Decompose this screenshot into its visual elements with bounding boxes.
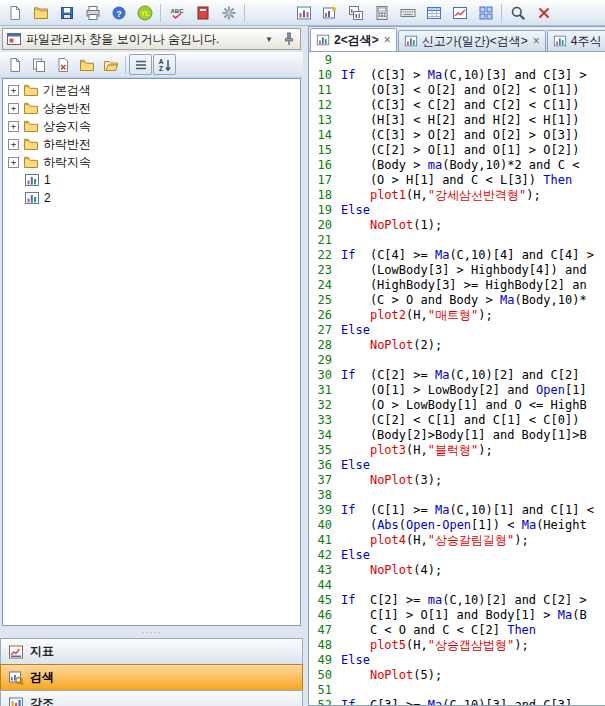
line-number: 18 [309, 188, 341, 203]
code-line: 52If C[3] >= Ma(C,10)[3] and C[3] [309, 698, 605, 705]
close-button[interactable] [531, 2, 556, 24]
tree-expander-icon[interactable]: + [8, 121, 19, 132]
code-line: 22If (C[4] >= Ma(C,10)[4] and C[4] > [309, 248, 605, 263]
tree-item-file-2[interactable]: 2 [3, 189, 300, 207]
line-number: 27 [309, 323, 341, 338]
tree-item-file-1[interactable]: 1 [3, 171, 300, 189]
tree-item-rise-continuation[interactable]: +상승지속 [3, 117, 300, 135]
line-number: 31 [309, 383, 341, 398]
code-editor[interactable]: 910If (C[3] > Ma(C,10)[3] and C[3] >11 (… [309, 52, 605, 705]
file-manager-toolbar: AZ [0, 52, 303, 78]
tree-item-label: 1 [44, 173, 51, 187]
chart-doc-icon [316, 33, 330, 47]
line-number: 46 [309, 608, 341, 623]
doc-new-button[interactable] [3, 54, 26, 75]
grid-view-icon [478, 5, 494, 21]
tree-item-basic-search[interactable]: +기본검색 [3, 81, 300, 99]
code-text: Else [341, 323, 370, 338]
code-line: 29 [309, 353, 605, 368]
tab-new-high-daily[interactable]: 신고가(일간)<검색>× [398, 30, 546, 51]
chart-new-button[interactable] [317, 2, 342, 24]
file-manager-title: 파일관리자 창을 보이거나 숨깁니다. [26, 31, 257, 48]
grid-view-button[interactable] [473, 2, 498, 24]
formula-book-button[interactable] [190, 2, 215, 24]
folder-icon [23, 154, 39, 170]
code-line: 10If (C[3] > Ma(C,10)[3] and C[3] > [309, 68, 605, 83]
table-chart-button[interactable] [447, 2, 472, 24]
code-line: 16 (Body > ma(Body,10)*2 and C < [309, 158, 605, 173]
print-button[interactable] [80, 2, 105, 24]
line-number: 25 [309, 293, 341, 308]
code-line: 40 (Abs(Open-Open[1]) < Ma(Height [309, 518, 605, 533]
search-button[interactable] [505, 2, 530, 24]
toolbar-separator [125, 56, 126, 74]
tab-close-button[interactable]: × [384, 33, 391, 47]
tree-item-fall-reversal[interactable]: +하락반전 [3, 135, 300, 153]
tree-expander-icon[interactable]: + [8, 157, 19, 168]
folder-open-button[interactable] [99, 54, 122, 75]
line-number: 40 [309, 518, 341, 533]
code-line: 35 plot3(H,"블럭형"); [309, 443, 605, 458]
tree-expander-icon[interactable]: + [8, 85, 19, 96]
line-number: 14 [309, 128, 341, 143]
code-text: C[1] > O[1] and Body[1] > Ma(B [341, 608, 587, 623]
code-text: (C[3] < C[2] and C[2] < C[1]) [341, 98, 579, 113]
doc-copy-button[interactable] [27, 54, 50, 75]
tree-item-label: 상승반전 [43, 100, 91, 117]
yl-logo-icon: YL [137, 5, 153, 21]
chart-multi-button[interactable] [343, 2, 368, 24]
panel-pin-button[interactable] [281, 31, 297, 47]
panel-splitter[interactable]: ····· [0, 626, 303, 638]
help-icon: ? [111, 5, 127, 21]
folder-icon [79, 57, 95, 73]
code-line: 44 [309, 578, 605, 593]
code-text: If (C[4] >= Ma(C,10)[4] and C[4] > [341, 248, 594, 263]
category-indicators[interactable]: 지표 [0, 638, 303, 664]
code-text: plot1(H,"강세삼선반격형"); [341, 188, 541, 203]
tree-item-rise-reversal[interactable]: +상승반전 [3, 99, 300, 117]
tab-close-button[interactable]: × [533, 34, 540, 48]
tree-item-fall-continuation[interactable]: +하락지속 [3, 153, 300, 171]
code-line: 13 (H[3] < H[2] and H[2] < H[1]) [309, 113, 605, 128]
tree-expander-icon[interactable]: + [8, 103, 19, 114]
sort-az-button[interactable]: AZ [153, 54, 176, 75]
data-table-button[interactable] [421, 2, 446, 24]
code-line: 30If (C[2] >= Ma(C,10)[2] and C[2] [309, 368, 605, 383]
keyboard-button[interactable] [395, 2, 420, 24]
line-number: 43 [309, 563, 341, 578]
doc-delete-button[interactable] [51, 54, 74, 75]
code-text: NoPlot(1); [341, 218, 442, 233]
open-file-button[interactable] [28, 2, 53, 24]
tab-label: 4주식 [571, 33, 602, 50]
line-number: 33 [309, 413, 341, 428]
editor-tabbar: 2<검색>×신고가(일간)<검색>×4주식 [309, 27, 605, 52]
category-label: 강조 [30, 695, 54, 706]
save-file-button[interactable] [54, 2, 79, 24]
view-toggle-button[interactable] [129, 54, 152, 75]
new-file-button[interactable] [2, 2, 27, 24]
code-text: (C[3] > O[2] and O[2] > O[3]) [341, 128, 579, 143]
folder-button[interactable] [75, 54, 98, 75]
tree-expander-icon[interactable]: + [8, 139, 19, 150]
close-icon [536, 5, 552, 21]
svg-text:?: ? [116, 8, 122, 18]
calculator-button[interactable] [369, 2, 394, 24]
code-text: Else [341, 548, 370, 563]
panel-collapse-button[interactable]: ▼ [261, 31, 277, 47]
category-search[interactable]: 검색 [0, 664, 303, 690]
settings-gear-button[interactable] [216, 2, 241, 24]
tab-2-search[interactable]: 2<검색>× [310, 28, 397, 51]
tab-label: 2<검색> [334, 32, 379, 49]
tab-4-stock[interactable]: 4주식 [547, 30, 605, 51]
code-text: C < O and C < C[2] Then [341, 623, 536, 638]
category-highlight[interactable]: 강조 [0, 690, 303, 706]
code-line: 27Else [309, 323, 605, 338]
help-button[interactable]: ? [106, 2, 131, 24]
file-tree[interactable]: +기본검색+상승반전+상승지속+하락반전+하락지속12 [2, 78, 301, 626]
chart-report-button[interactable] [291, 2, 316, 24]
code-line: 39If (C[1] >= Ma(C,10)[1] and C[1] < [309, 503, 605, 518]
line-number: 52 [309, 698, 341, 705]
yl-logo-button[interactable]: YL [132, 2, 157, 24]
toolbar-separator [244, 4, 245, 22]
spell-abc-button[interactable]: ABC [164, 2, 189, 24]
